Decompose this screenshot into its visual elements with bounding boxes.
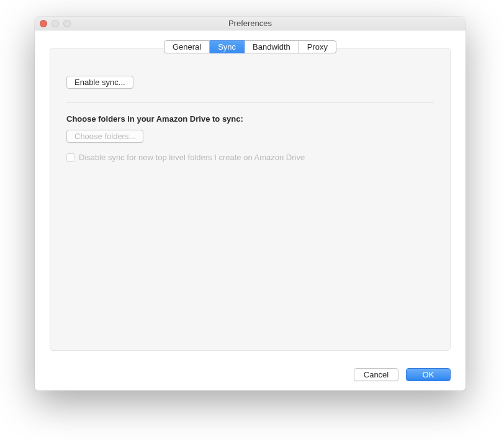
close-icon[interactable] — [40, 20, 47, 27]
choose-folders-heading: Choose folders in your Amazon Drive to s… — [66, 114, 434, 124]
disable-sync-checkbox[interactable] — [66, 153, 75, 162]
tab-bandwidth[interactable]: Bandwidth — [245, 40, 299, 53]
choose-folders-button[interactable]: Choose folders... — [66, 130, 143, 143]
cancel-button[interactable]: Cancel — [354, 368, 398, 381]
preferences-window: Preferences General Sync Bandwidth Proxy… — [35, 17, 466, 390]
divider — [66, 102, 434, 103]
traffic-lights — [40, 20, 71, 27]
tab-sync[interactable]: Sync — [210, 40, 245, 53]
zoom-icon — [63, 20, 71, 27]
enable-sync-button[interactable]: Enable sync... — [66, 76, 133, 89]
titlebar: Preferences — [35, 17, 466, 30]
segmented-tabs: General Sync Bandwidth Proxy — [164, 40, 336, 53]
tabs-bar: General Sync Bandwidth Proxy — [50, 40, 451, 53]
window-title: Preferences — [35, 19, 466, 28]
disable-sync-checkbox-label: Disable sync for new top level folders I… — [79, 153, 305, 162]
tab-general[interactable]: General — [164, 40, 210, 53]
minimize-icon — [52, 20, 59, 27]
sync-panel: Enable sync... Choose folders in your Am… — [50, 48, 451, 351]
tab-proxy[interactable]: Proxy — [299, 40, 336, 53]
footer-buttons: Cancel OK — [354, 368, 451, 381]
disable-sync-checkbox-row: Disable sync for new top level folders I… — [66, 153, 434, 162]
content-area: General Sync Bandwidth Proxy Enable sync… — [35, 30, 466, 390]
ok-button[interactable]: OK — [406, 368, 451, 381]
